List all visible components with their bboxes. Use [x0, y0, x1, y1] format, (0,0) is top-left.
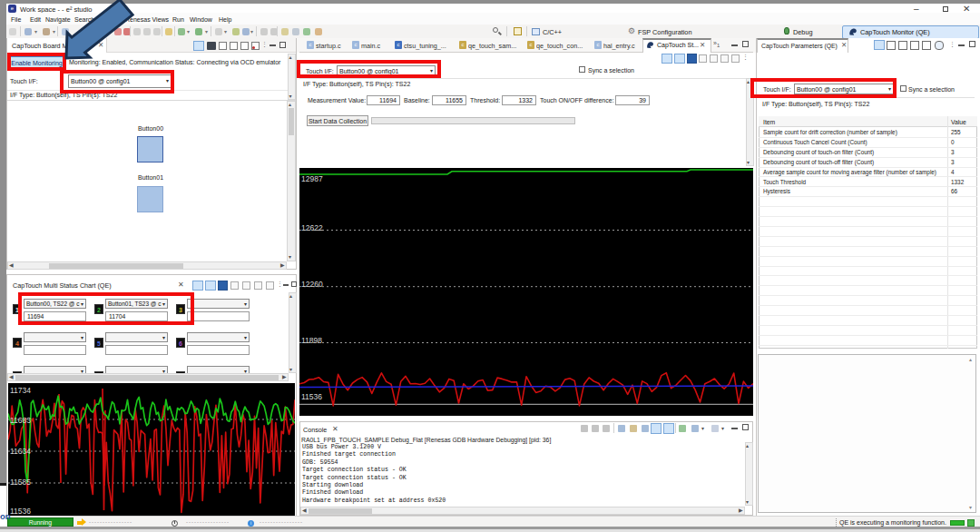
svg-text:11585: 11585: [10, 478, 31, 487]
svg-text:11634: 11634: [10, 447, 31, 456]
svg-text:11898: 11898: [301, 336, 322, 345]
svg-text:12987: 12987: [301, 174, 323, 183]
svg-text:11683: 11683: [10, 416, 31, 425]
svg-text:11734: 11734: [10, 386, 31, 395]
svg-text:11536: 11536: [301, 392, 322, 401]
svg-text:12260: 12260: [301, 280, 323, 289]
svg-text:12622: 12622: [301, 223, 323, 232]
svg-text:11536: 11536: [10, 507, 31, 516]
